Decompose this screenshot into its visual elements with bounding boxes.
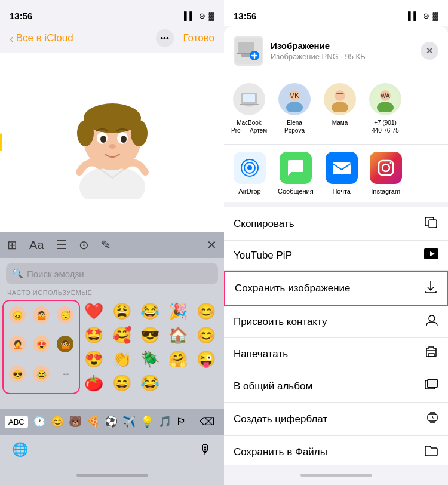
emoji-more[interactable]: ··· bbox=[54, 363, 76, 385]
emoji-regular: ❤️ 😩 😂 🎉 😊 🤩 🥰 😎 🏠 😊 😍 👏 🪲 🤗 😜 🍅 😄 😂 bbox=[82, 300, 222, 394]
action-label-copy: Скопировать bbox=[234, 218, 294, 230]
close-keyboard-icon[interactable]: ✕ bbox=[207, 238, 217, 252]
back-button[interactable]: ‹ Все в iCloud bbox=[10, 32, 73, 44]
text-icon[interactable]: Аа bbox=[29, 238, 44, 252]
abc-key[interactable]: ABC bbox=[5, 416, 28, 428]
emoji-item[interactable]: 🎉 bbox=[167, 300, 189, 323]
action-label-save: Сохранить изображение bbox=[235, 283, 351, 294]
close-share-button[interactable]: ✕ bbox=[421, 42, 438, 60]
contact-avatar-mama bbox=[324, 83, 356, 115]
app-messages[interactable]: Сообщения bbox=[278, 152, 314, 195]
emoji-item[interactable]: 😍 bbox=[82, 348, 105, 370]
emoji-item[interactable]: 😂 bbox=[30, 363, 53, 385]
svg-text:😴: 😴 bbox=[60, 311, 71, 321]
emoji-item[interactable]: 😴 bbox=[54, 303, 76, 326]
svg-point-10 bbox=[109, 144, 116, 149]
svg-text:😖: 😖 bbox=[13, 311, 23, 321]
emoji-search[interactable]: 🔍 Поиск эмодзи bbox=[6, 263, 218, 284]
contact-mama[interactable]: Мама bbox=[322, 83, 358, 134]
svg-point-5 bbox=[131, 120, 148, 146]
flags-icon[interactable]: 🏳 bbox=[176, 416, 187, 428]
action-shared-album[interactable]: В общий альбом bbox=[224, 370, 448, 403]
emoji-item[interactable]: 😎 bbox=[6, 363, 29, 385]
emoji-item[interactable]: 🍅 bbox=[82, 372, 105, 394]
emoji-item[interactable]: 😩 bbox=[111, 300, 133, 323]
svg-point-9 bbox=[121, 136, 127, 143]
svg-point-61 bbox=[429, 315, 435, 321]
backspace-icon[interactable]: ⌫ bbox=[195, 413, 219, 430]
contact-phone[interactable]: WA +7 (901)440-76-75 bbox=[367, 83, 403, 134]
globe-icon[interactable]: 🌐 bbox=[12, 442, 28, 458]
svg-point-4 bbox=[77, 120, 94, 146]
emoji-item[interactable]: 🏠 bbox=[167, 324, 189, 346]
grid-icon[interactable]: ⊞ bbox=[7, 238, 17, 252]
food-icon[interactable]: 🍕 bbox=[87, 415, 100, 428]
contact-avatar-macbook bbox=[233, 83, 265, 115]
emoji-item[interactable]: 😊 bbox=[195, 324, 217, 346]
list-icon[interactable]: ☰ bbox=[56, 238, 67, 252]
app-instagram[interactable]: Instagram bbox=[370, 152, 402, 195]
emoji-item[interactable]: 🤗 bbox=[167, 348, 189, 370]
contact-elena[interactable]: VK ElenaPopova bbox=[277, 83, 312, 134]
app-mail[interactable]: Почта bbox=[326, 152, 358, 195]
clock-icon[interactable]: 🕐 bbox=[33, 415, 46, 428]
action-save-image[interactable]: Сохранить изображение bbox=[224, 271, 448, 306]
emoji-item[interactable]: 😍 bbox=[30, 333, 53, 355]
action-label-shared: В общий альбом bbox=[234, 380, 312, 392]
action-watch-face[interactable]: Создать циферблат bbox=[224, 403, 448, 436]
action-icon-youtube bbox=[424, 248, 438, 262]
battery-icon: ▓ bbox=[209, 11, 214, 20]
emoji-item[interactable]: 🤦 bbox=[6, 333, 29, 355]
contact-macbook[interactable]: MacBookPro — Артем bbox=[231, 83, 267, 134]
search-icon: 🔍 bbox=[12, 268, 23, 279]
emoji-item[interactable]: 😎 bbox=[139, 324, 161, 346]
keyboard-area: ⊞ Аа ☰ ⊙ ✎ ✕ 🔍 Поиск эмодзи ЧАСТО ИСПОЛЬ… bbox=[0, 232, 224, 485]
emoji-item[interactable]: 🤩 bbox=[82, 324, 105, 346]
nature-icon[interactable]: 🐻 bbox=[69, 415, 82, 428]
svg-rect-54 bbox=[333, 162, 351, 174]
action-copy[interactable]: Скопировать bbox=[224, 207, 448, 241]
svg-point-57 bbox=[389, 162, 391, 164]
action-label-watch: Создать циферблат bbox=[234, 413, 327, 425]
emoji-bottom-bar: ABC 🕐 😊 🐻 🍕 ⚽ ✈️ 💡 🎵 🏳 ⌫ bbox=[0, 409, 224, 435]
emoji-item[interactable]: 😜 bbox=[195, 348, 217, 370]
contact-name-phone: +7 (901)440-76-75 bbox=[372, 119, 399, 134]
action-save-files[interactable]: Сохранить в Файлы bbox=[224, 436, 448, 465]
mic-icon[interactable]: 🎙 bbox=[199, 442, 212, 458]
action-print[interactable]: Напечатать bbox=[224, 338, 448, 370]
status-icons-right: ▌▌ ⊛ ▓ bbox=[408, 11, 438, 20]
svg-text:🤷: 🤷 bbox=[36, 311, 47, 321]
share-thumbnail bbox=[234, 36, 263, 66]
toolbar-icons: ⊞ Аа ☰ ⊙ ✎ bbox=[7, 238, 111, 252]
emoji-item[interactable]: 🪲 bbox=[139, 348, 161, 370]
share-header: Изображение Изображение PNG · 95 КБ ✕ bbox=[224, 26, 448, 73]
app-airdrop[interactable]: AirDrop bbox=[234, 152, 266, 195]
more-button[interactable]: ••• bbox=[156, 29, 174, 47]
emoji-item[interactable]: 👏 bbox=[111, 348, 133, 370]
svg-text:VK: VK bbox=[290, 91, 299, 100]
emoji-icon[interactable]: 😊 bbox=[51, 415, 64, 428]
emoji-item[interactable]: 😊 bbox=[195, 300, 217, 323]
emoji-item[interactable]: 🤷 bbox=[30, 303, 53, 326]
emoji-item[interactable]: 😂 bbox=[139, 300, 161, 323]
objects-icon[interactable]: 💡 bbox=[140, 415, 154, 428]
emoji-item[interactable]: 😄 bbox=[111, 372, 133, 394]
action-assign-contact[interactable]: Присвоить контакту bbox=[224, 306, 448, 338]
done-button[interactable]: Готово bbox=[183, 32, 215, 44]
apps-row: AirDrop Сообщения bbox=[224, 145, 448, 202]
svg-text:😂: 😂 bbox=[36, 370, 47, 380]
activity-icon[interactable]: ⚽ bbox=[105, 415, 118, 428]
emoji-item[interactable]: 😖 bbox=[6, 303, 29, 326]
emoji-item[interactable]: 🤷 bbox=[54, 333, 76, 355]
svg-rect-34 bbox=[243, 94, 255, 102]
action-youtube-pip[interactable]: YouTube PiP bbox=[224, 241, 448, 271]
home-indicator-left bbox=[0, 465, 224, 485]
emoji-item[interactable]: 🥰 bbox=[111, 324, 133, 346]
emoji-item[interactable]: ❤️ bbox=[82, 300, 105, 323]
markup-icon[interactable]: ✎ bbox=[101, 238, 111, 252]
camera-icon[interactable]: ⊙ bbox=[79, 238, 89, 252]
app-name-messages: Сообщения bbox=[278, 188, 314, 195]
travel-icon[interactable]: ✈️ bbox=[122, 415, 136, 428]
symbols-icon[interactable]: 🎵 bbox=[158, 415, 171, 428]
emoji-item[interactable]: 😂 bbox=[139, 372, 161, 394]
